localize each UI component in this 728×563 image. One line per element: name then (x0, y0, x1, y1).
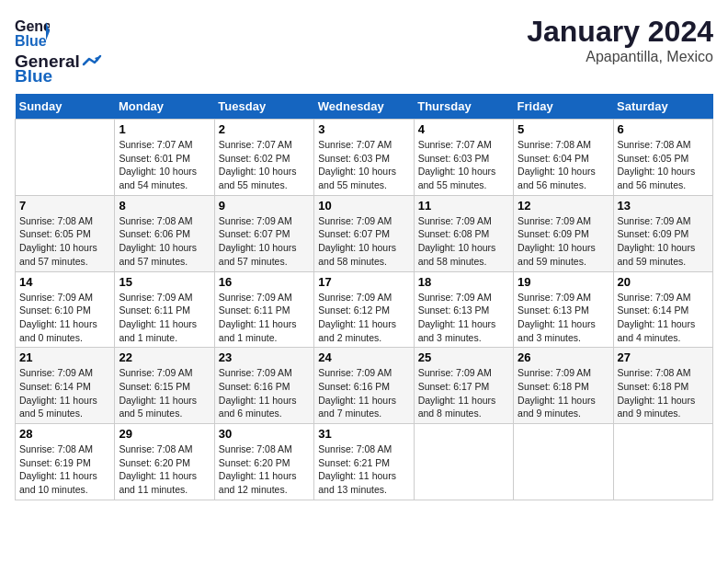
day-number: 19 (518, 275, 609, 289)
calendar-cell: 26Sunrise: 7:09 AMSunset: 6:18 PMDayligh… (514, 348, 613, 424)
day-info: Sunrise: 7:08 AMSunset: 6:05 PMDaylight:… (19, 214, 110, 269)
calendar-table: SundayMondayTuesdayWednesdayThursdayFrid… (15, 94, 713, 500)
month-year-title: January 2024 (527, 15, 713, 49)
day-info: Sunrise: 7:09 AMSunset: 6:13 PMDaylight:… (418, 291, 509, 345)
day-info: Sunrise: 7:09 AMSunset: 6:14 PMDaylight:… (19, 366, 110, 420)
header-thursday: Thursday (414, 94, 513, 120)
day-info: Sunrise: 7:07 AMSunset: 6:01 PMDaylight:… (119, 138, 210, 192)
day-number: 18 (418, 275, 509, 289)
day-number: 12 (518, 199, 609, 213)
day-number: 21 (19, 350, 110, 364)
calendar-week-5: 28Sunrise: 7:08 AMSunset: 6:19 PMDayligh… (16, 424, 713, 500)
day-number: 7 (19, 199, 110, 213)
calendar-cell: 7Sunrise: 7:08 AMSunset: 6:05 PMDaylight… (16, 195, 115, 271)
day-info: Sunrise: 7:08 AMSunset: 6:18 PMDaylight:… (618, 366, 709, 420)
svg-text:Blue: Blue (15, 33, 47, 49)
calendar-week-1: 1Sunrise: 7:07 AMSunset: 6:01 PMDaylight… (16, 120, 713, 196)
day-info: Sunrise: 7:09 AMSunset: 6:16 PMDaylight:… (219, 366, 310, 420)
header-wednesday: Wednesday (314, 94, 414, 120)
day-number: 25 (418, 350, 509, 364)
day-info: Sunrise: 7:07 AMSunset: 6:03 PMDaylight:… (318, 138, 409, 192)
calendar-cell: 10Sunrise: 7:09 AMSunset: 6:07 PMDayligh… (314, 195, 414, 271)
day-info: Sunrise: 7:09 AMSunset: 6:16 PMDaylight:… (318, 366, 409, 420)
day-number: 20 (618, 275, 709, 289)
day-info: Sunrise: 7:08 AMSunset: 6:20 PMDaylight:… (119, 442, 210, 497)
calendar-cell: 16Sunrise: 7:09 AMSunset: 6:11 PMDayligh… (214, 271, 313, 348)
calendar-cell: 28Sunrise: 7:08 AMSunset: 6:19 PMDayligh… (16, 424, 115, 500)
location-subtitle: Apapantilla, Mexico (527, 49, 713, 65)
day-info: Sunrise: 7:09 AMSunset: 6:14 PMDaylight:… (618, 291, 709, 345)
logo-icon: General Blue (15, 15, 50, 50)
title-block: January 2024 Apapantilla, Mexico (527, 15, 713, 65)
day-number: 16 (219, 275, 310, 289)
day-info: Sunrise: 7:07 AMSunset: 6:02 PMDaylight:… (219, 138, 310, 192)
calendar-cell: 6Sunrise: 7:08 AMSunset: 6:05 PMDaylight… (613, 120, 712, 196)
calendar-cell: 22Sunrise: 7:09 AMSunset: 6:15 PMDayligh… (115, 348, 214, 424)
logo-bird-icon (82, 53, 102, 70)
calendar-body: 1Sunrise: 7:07 AMSunset: 6:01 PMDaylight… (16, 120, 713, 500)
calendar-cell: 27Sunrise: 7:08 AMSunset: 6:18 PMDayligh… (613, 348, 712, 424)
day-number: 1 (119, 122, 210, 136)
page-header: General Blue General Blue January 2024 A… (15, 15, 713, 86)
day-number: 5 (518, 122, 609, 136)
day-info: Sunrise: 7:09 AMSunset: 6:17 PMDaylight:… (418, 366, 509, 420)
day-number: 10 (318, 199, 409, 213)
day-info: Sunrise: 7:09 AMSunset: 6:11 PMDaylight:… (119, 291, 210, 345)
calendar-week-2: 7Sunrise: 7:08 AMSunset: 6:05 PMDaylight… (16, 195, 713, 271)
day-info: Sunrise: 7:09 AMSunset: 6:10 PMDaylight:… (19, 291, 110, 345)
calendar-header: SundayMondayTuesdayWednesdayThursdayFrid… (16, 94, 713, 120)
day-number: 29 (119, 427, 210, 441)
day-number: 31 (318, 427, 409, 441)
header-row: SundayMondayTuesdayWednesdayThursdayFrid… (16, 94, 713, 120)
header-saturday: Saturday (613, 94, 712, 120)
day-number: 24 (318, 350, 409, 364)
day-number: 8 (119, 199, 210, 213)
day-info: Sunrise: 7:08 AMSunset: 6:19 PMDaylight:… (19, 442, 110, 497)
calendar-cell: 1Sunrise: 7:07 AMSunset: 6:01 PMDaylight… (115, 120, 214, 196)
logo: General Blue General Blue (15, 15, 102, 86)
calendar-cell: 19Sunrise: 7:09 AMSunset: 6:13 PMDayligh… (514, 271, 613, 348)
day-info: Sunrise: 7:09 AMSunset: 6:09 PMDaylight:… (518, 214, 609, 269)
day-number: 13 (618, 199, 709, 213)
day-info: Sunrise: 7:09 AMSunset: 6:18 PMDaylight:… (518, 366, 609, 420)
day-info: Sunrise: 7:08 AMSunset: 6:20 PMDaylight:… (219, 442, 310, 497)
day-info: Sunrise: 7:09 AMSunset: 6:15 PMDaylight:… (119, 366, 210, 420)
day-info: Sunrise: 7:08 AMSunset: 6:05 PMDaylight:… (618, 138, 709, 192)
calendar-cell (514, 424, 613, 500)
day-number: 9 (219, 199, 310, 213)
svg-text:General: General (15, 18, 50, 34)
day-info: Sunrise: 7:08 AMSunset: 6:04 PMDaylight:… (518, 138, 609, 192)
logo-blue: Blue (15, 66, 52, 86)
day-number: 30 (219, 427, 310, 441)
calendar-cell: 18Sunrise: 7:09 AMSunset: 6:13 PMDayligh… (414, 271, 513, 348)
day-info: Sunrise: 7:09 AMSunset: 6:09 PMDaylight:… (618, 214, 709, 269)
day-number: 17 (318, 275, 409, 289)
calendar-cell: 11Sunrise: 7:09 AMSunset: 6:08 PMDayligh… (414, 195, 513, 271)
day-info: Sunrise: 7:07 AMSunset: 6:03 PMDaylight:… (418, 138, 509, 192)
calendar-cell: 29Sunrise: 7:08 AMSunset: 6:20 PMDayligh… (115, 424, 214, 500)
calendar-cell: 17Sunrise: 7:09 AMSunset: 6:12 PMDayligh… (314, 271, 414, 348)
day-info: Sunrise: 7:09 AMSunset: 6:07 PMDaylight:… (219, 214, 310, 269)
calendar-cell: 13Sunrise: 7:09 AMSunset: 6:09 PMDayligh… (613, 195, 712, 271)
day-number: 23 (219, 350, 310, 364)
day-number: 26 (518, 350, 609, 364)
day-number: 15 (119, 275, 210, 289)
header-friday: Friday (514, 94, 613, 120)
calendar-cell: 15Sunrise: 7:09 AMSunset: 6:11 PMDayligh… (115, 271, 214, 348)
day-info: Sunrise: 7:09 AMSunset: 6:07 PMDaylight:… (318, 214, 409, 269)
day-info: Sunrise: 7:09 AMSunset: 6:08 PMDaylight:… (418, 214, 509, 269)
calendar-cell: 8Sunrise: 7:08 AMSunset: 6:06 PMDaylight… (115, 195, 214, 271)
calendar-week-4: 21Sunrise: 7:09 AMSunset: 6:14 PMDayligh… (16, 348, 713, 424)
day-number: 28 (19, 427, 110, 441)
calendar-cell: 2Sunrise: 7:07 AMSunset: 6:02 PMDaylight… (214, 120, 313, 196)
header-tuesday: Tuesday (214, 94, 313, 120)
calendar-cell: 20Sunrise: 7:09 AMSunset: 6:14 PMDayligh… (613, 271, 712, 348)
calendar-cell: 25Sunrise: 7:09 AMSunset: 6:17 PMDayligh… (414, 348, 513, 424)
calendar-cell: 31Sunrise: 7:08 AMSunset: 6:21 PMDayligh… (314, 424, 414, 500)
calendar-cell: 23Sunrise: 7:09 AMSunset: 6:16 PMDayligh… (214, 348, 313, 424)
calendar-cell: 14Sunrise: 7:09 AMSunset: 6:10 PMDayligh… (16, 271, 115, 348)
calendar-week-3: 14Sunrise: 7:09 AMSunset: 6:10 PMDayligh… (16, 271, 713, 348)
calendar-cell: 5Sunrise: 7:08 AMSunset: 6:04 PMDaylight… (514, 120, 613, 196)
day-number: 22 (119, 350, 210, 364)
day-info: Sunrise: 7:09 AMSunset: 6:13 PMDaylight:… (518, 291, 609, 345)
